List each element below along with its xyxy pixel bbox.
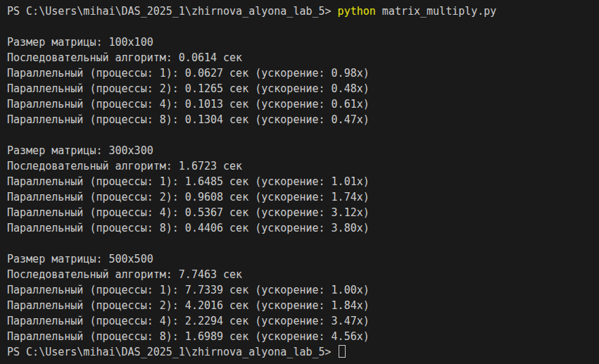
matrix-size-line: Размер матрицы: 100x100 xyxy=(7,34,599,50)
matrix-size-line: Размер матрицы: 500x500 xyxy=(7,251,599,267)
parallel-time-line: Параллельный (процессы: 8): 1.6989 сек (… xyxy=(7,329,599,344)
parallel-time-line: Параллельный (процессы: 1): 1.6485 сек (… xyxy=(7,174,599,189)
parallel-time-line: Параллельный (процессы: 1): 0.0627 сек (… xyxy=(7,65,599,81)
parallel-time-line: Параллельный (процессы: 8): 0.1304 сек (… xyxy=(7,112,599,127)
parallel-time-line: Параллельный (процессы: 4): 0.1013 сек (… xyxy=(7,96,599,112)
sequential-time-line: Последовательный алгоритм: 7.7463 сек xyxy=(7,267,599,282)
prompt-path: PS C:\Users\mihai\DAS_2025_1\zhirnova_al… xyxy=(7,5,338,18)
terminal-window[interactable]: PS C:\Users\mihai\DAS_2025_1\zhirnova_al… xyxy=(0,0,599,364)
parallel-time-line: Параллельный (процессы: 2): 0.1265 сек (… xyxy=(7,81,599,96)
parallel-time-line: Параллельный (процессы: 4): 2.2294 сек (… xyxy=(7,313,599,329)
blank-line xyxy=(7,127,599,143)
sequential-time-line: Последовательный алгоритм: 1.6723 сек xyxy=(7,158,599,174)
matrix-size-line: Размер матрицы: 300x300 xyxy=(7,143,599,158)
parallel-time-line: Параллельный (процессы: 4): 0.5367 сек (… xyxy=(7,205,599,220)
active-prompt-line[interactable]: PS C:\Users\mihai\DAS_2025_1\zhirnova_al… xyxy=(7,344,599,360)
parallel-time-line: Параллельный (процессы: 2): 0.9608 сек (… xyxy=(7,189,599,205)
sequential-time-line: Последовательный алгоритм: 0.0614 сек xyxy=(7,50,599,65)
blank-line xyxy=(7,19,599,34)
command-argument: matrix_multiply.py xyxy=(376,5,497,18)
command-text: python xyxy=(338,5,376,18)
parallel-time-line: Параллельный (процессы: 2): 4.2016 сек (… xyxy=(7,298,599,313)
parallel-time-line: Параллельный (процессы: 1): 7.7339 сек (… xyxy=(7,282,599,298)
parallel-time-line: Параллельный (процессы: 8): 0.4406 сек (… xyxy=(7,220,599,236)
command-prompt-line: PS C:\Users\mihai\DAS_2025_1\zhirnova_al… xyxy=(7,4,599,19)
prompt-path: PS C:\Users\mihai\DAS_2025_1\zhirnova_al… xyxy=(7,346,338,358)
terminal-cursor xyxy=(339,345,346,358)
blank-line xyxy=(7,236,599,251)
